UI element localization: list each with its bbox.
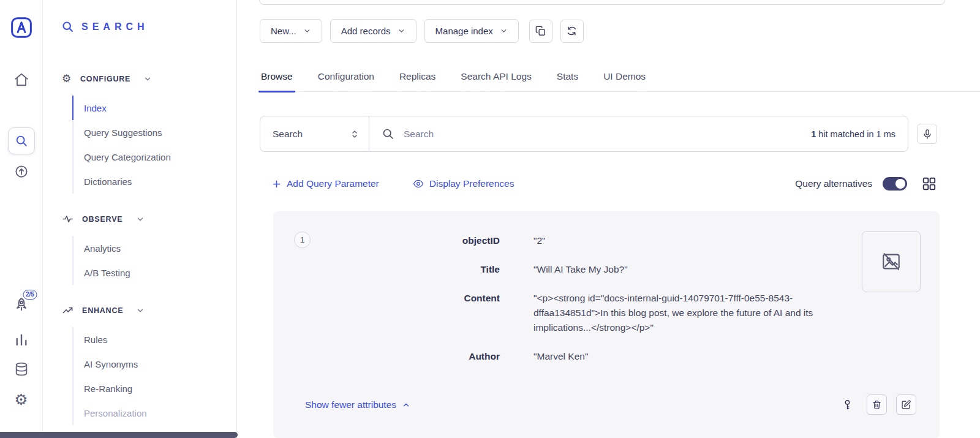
grid-icon bbox=[921, 176, 937, 192]
search-logo-icon bbox=[61, 20, 74, 33]
record-actions bbox=[837, 395, 916, 415]
chevron-up-icon bbox=[402, 401, 410, 409]
plus-icon bbox=[272, 179, 281, 189]
search-mode-value: Search bbox=[273, 129, 303, 140]
field-value: "2" bbox=[533, 233, 855, 248]
toggle-knob bbox=[895, 179, 905, 189]
field-label: Author bbox=[313, 349, 500, 364]
copy-index-button[interactable] bbox=[529, 20, 552, 43]
trending-up-icon bbox=[62, 304, 74, 316]
voice-search-button[interactable] bbox=[917, 124, 937, 144]
edit-record-button[interactable] bbox=[896, 395, 916, 415]
field-row-author: Author "Marvel Ken" bbox=[313, 349, 855, 364]
section-configure-label: CONFIGURE bbox=[80, 75, 130, 83]
search-icon bbox=[382, 127, 394, 140]
home-icon bbox=[13, 72, 29, 88]
sort-chevrons-icon bbox=[350, 129, 360, 139]
chevron-down-icon bbox=[500, 27, 508, 35]
field-value: "<p><strong id="docs-internal-guid-14079… bbox=[533, 291, 855, 335]
sidebar-item-analytics[interactable]: Analytics bbox=[72, 236, 228, 260]
new-button[interactable]: New... bbox=[260, 19, 322, 43]
image-off-icon bbox=[881, 251, 902, 272]
record-image-placeholder bbox=[862, 231, 921, 292]
add-query-parameter-label: Add Query Parameter bbox=[287, 178, 379, 189]
result-card-footer: Show fewer attributes bbox=[305, 395, 916, 415]
search-bar: Search 1 hit matched in 1 ms bbox=[260, 116, 908, 152]
search-sidebar: SEARCH ⚙ CONFIGURE Index Query Suggestio… bbox=[43, 0, 237, 438]
tab-configuration[interactable]: Configuration bbox=[317, 62, 375, 91]
sidebar-item-ab-testing[interactable]: A/B Testing bbox=[72, 260, 228, 285]
rail-upgrade-rocket[interactable]: 2/5 bbox=[13, 296, 29, 313]
algolia-logo-icon bbox=[10, 16, 33, 39]
display-preferences-label: Display Preferences bbox=[429, 178, 514, 189]
sidebar-item-ai-synonyms[interactable]: AI Synonyms bbox=[72, 352, 228, 376]
rail-search-product[interactable] bbox=[8, 127, 35, 154]
display-preferences-link[interactable]: Display Preferences bbox=[413, 178, 514, 189]
sidebar-item-query-categorization[interactable]: Query Categorization bbox=[72, 145, 228, 169]
sidebar-item-query-suggestions[interactable]: Query Suggestions bbox=[72, 120, 228, 145]
field-label: Title bbox=[313, 262, 500, 277]
rail-settings[interactable]: ⚙ bbox=[14, 392, 28, 407]
chevron-down-icon bbox=[136, 306, 145, 315]
field-row-title: Title "Will AI Take My Job?" bbox=[313, 262, 855, 277]
search-input[interactable] bbox=[404, 129, 802, 140]
product-rail: 2/5 ⚙ bbox=[0, 0, 43, 438]
search-mode-selector[interactable]: Search bbox=[260, 116, 369, 151]
sidebar-item-index[interactable]: Index bbox=[72, 96, 228, 120]
field-label: Content bbox=[313, 291, 500, 335]
add-records-button[interactable]: Add records bbox=[330, 19, 417, 43]
refresh-button[interactable] bbox=[560, 20, 584, 43]
sidebar-item-re-ranking[interactable]: Re-Ranking bbox=[72, 376, 228, 401]
eye-icon bbox=[413, 178, 424, 189]
field-row-objectid: objectID "2" bbox=[313, 233, 855, 248]
query-alternatives-toggle[interactable] bbox=[883, 177, 907, 191]
horizontal-scrollbar[interactable] bbox=[0, 432, 238, 438]
rail-analytics[interactable] bbox=[13, 332, 29, 347]
chevron-down-icon bbox=[398, 27, 405, 35]
usage-badge: 2/5 bbox=[23, 290, 37, 300]
index-toolbar: New... Add records Manage index bbox=[260, 19, 584, 43]
index-selector-partial bbox=[259, 0, 945, 5]
database-icon bbox=[13, 361, 29, 377]
section-enhance[interactable]: ENHANCE bbox=[62, 304, 145, 316]
copy-icon bbox=[535, 25, 546, 37]
tab-ui-demos[interactable]: UI Demos bbox=[602, 62, 647, 91]
section-observe[interactable]: OBSERVE bbox=[62, 213, 145, 225]
chevron-down-icon bbox=[143, 75, 152, 83]
index-tabs: Browse Configuration Replicas Search API… bbox=[260, 62, 980, 92]
manage-index-button[interactable]: Manage index bbox=[424, 19, 519, 43]
hits-status: 1 hit matched in 1 ms bbox=[811, 129, 895, 139]
search-app-logo[interactable]: SEARCH bbox=[61, 20, 149, 33]
activity-icon bbox=[62, 213, 74, 225]
result-fields: objectID "2" Title "Will AI Take My Job?… bbox=[313, 233, 855, 378]
sidebar-item-dictionaries[interactable]: Dictionaries bbox=[72, 169, 228, 194]
gear-icon: ⚙ bbox=[14, 392, 28, 407]
rail-recommend[interactable] bbox=[13, 163, 29, 179]
algolia-logo[interactable] bbox=[10, 16, 33, 39]
add-query-parameter-link[interactable]: Add Query Parameter bbox=[272, 178, 379, 189]
search-app-title: SEARCH bbox=[81, 21, 149, 32]
sidebar-item-personalization[interactable]: Personalization bbox=[72, 401, 228, 425]
delete-record-button[interactable] bbox=[867, 395, 887, 415]
sidebar-item-rules[interactable]: Rules bbox=[72, 327, 228, 352]
microphone-icon bbox=[922, 129, 933, 140]
tab-stats[interactable]: Stats bbox=[556, 62, 579, 91]
field-value: "Marvel Ken" bbox=[533, 349, 855, 364]
field-label: objectID bbox=[313, 233, 500, 248]
rail-data[interactable] bbox=[13, 361, 29, 377]
configure-gear-icon: ⚙ bbox=[62, 74, 72, 84]
layout-grid-button[interactable] bbox=[921, 176, 937, 192]
record-key-button[interactable] bbox=[837, 395, 858, 415]
tab-replicas[interactable]: Replicas bbox=[398, 62, 437, 91]
chevron-down-icon bbox=[136, 215, 145, 224]
search-input-area: 1 hit matched in 1 ms bbox=[369, 116, 908, 151]
field-value: "Will AI Take My Job?" bbox=[533, 262, 855, 277]
tab-browse[interactable]: Browse bbox=[260, 62, 294, 91]
tab-search-api-logs[interactable]: Search API Logs bbox=[459, 62, 532, 91]
observe-list: Analytics A/B Testing bbox=[72, 236, 228, 285]
section-configure[interactable]: ⚙ CONFIGURE bbox=[62, 74, 152, 84]
show-fewer-attributes-link[interactable]: Show fewer attributes bbox=[305, 399, 410, 410]
rail-home[interactable] bbox=[13, 72, 29, 88]
add-records-label: Add records bbox=[341, 26, 391, 36]
trash-icon bbox=[872, 399, 882, 410]
